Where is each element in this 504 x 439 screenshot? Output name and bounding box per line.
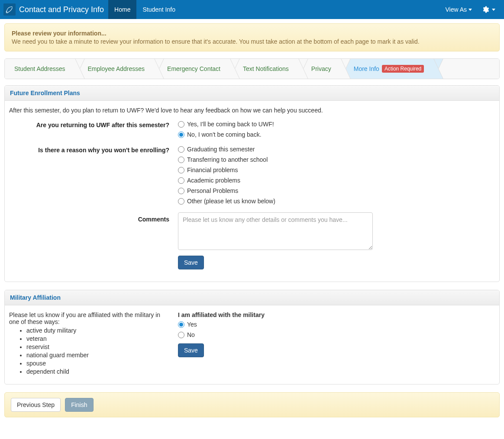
finish-button[interactable]: Finish [65,398,93,412]
navbar-title: Contact and Privacy Info [19,5,104,14]
panel-military: Military Affiliation Please let us know … [4,290,500,385]
step-more-info[interactable]: More Info Action Required [341,59,434,79]
alert-body: We need you to take a minute to review y… [12,38,492,45]
list-item: veteran [26,335,165,342]
panel-header-military: Military Affiliation [5,290,499,305]
nav-student-info[interactable]: Student Info [136,0,181,19]
step-student-addresses[interactable]: Student Addresses [5,59,75,79]
military-intro-text: Please let us know if you are affiliated… [9,311,165,325]
review-info-alert: Please review your information... We nee… [4,23,500,51]
label-return-question: Are you returning to UWF after this seme… [9,121,178,141]
alert-title: Please review your information... [12,30,492,37]
nav-view-as[interactable]: View As [439,0,478,19]
radio-return-no[interactable]: No, I won't be coming back. [178,131,495,138]
list-item: reservist [26,343,165,350]
radio-return-yes[interactable]: Yes, I'll be coming back to UWF! [178,121,495,128]
radio-return-yes-input[interactable] [178,121,184,128]
navbar-brand[interactable]: Contact and Privacy Info [3,0,108,19]
comments-textarea[interactable] [178,212,373,250]
radio-reason-graduating[interactable]: Graduating this semester [178,146,495,153]
step-text-notifications[interactable]: Text Notifications [230,59,298,79]
radio-military-yes[interactable]: Yes [178,321,495,328]
panel-header-enrollment: Future Enrollment Plans [5,86,499,101]
gear-icon [481,6,489,13]
military-ways-list: active duty military veteran reservist n… [9,327,165,375]
wizard-footer: Previous Step Finish [4,392,500,417]
wizard-steps: Student Addresses Employee Addresses Eme… [4,58,500,79]
list-item: national guard member [26,352,165,359]
list-item: active duty military [26,327,165,334]
radio-reason-academic[interactable]: Academic problems [178,177,495,184]
label-reason-question: Is there a reason why you won't be enrol… [9,146,178,208]
radio-reason-other[interactable]: Other (please let us know below) [178,198,495,205]
caret-down-icon [468,9,472,11]
navbar: Contact and Privacy Info Home Student In… [0,0,504,19]
list-item: dependent child [26,368,165,375]
radio-return-no-input[interactable] [178,131,184,138]
caret-down-icon [492,9,495,11]
radio-reason-transferring[interactable]: Transferring to another school [178,156,495,163]
previous-step-button[interactable]: Previous Step [11,398,61,412]
nav-home[interactable]: Home [108,0,136,19]
step-employee-addresses[interactable]: Employee Addresses [75,59,155,79]
radio-reason-financial[interactable]: Financial problems [178,167,495,173]
save-enrollment-button[interactable]: Save [178,256,204,269]
action-required-badge: Action Required [382,65,424,73]
radio-reason-personal[interactable]: Personal Problems [178,187,495,194]
step-emergency-contact[interactable]: Emergency Contact [154,59,230,79]
military-question: I am affiliated with the military [178,311,495,318]
label-comments: Comments [9,212,178,251]
nav-settings[interactable] [478,0,499,19]
list-item: spouse [26,360,165,367]
save-military-button[interactable]: Save [178,343,204,357]
enrollment-intro: After this semester, do you plan to retu… [9,107,495,114]
panel-future-enrollment: Future Enrollment Plans After this semes… [4,85,500,282]
military-intro-block: Please let us know if you are affiliated… [9,311,165,376]
radio-military-no[interactable]: No [178,331,495,338]
brand-logo-icon [3,3,16,16]
